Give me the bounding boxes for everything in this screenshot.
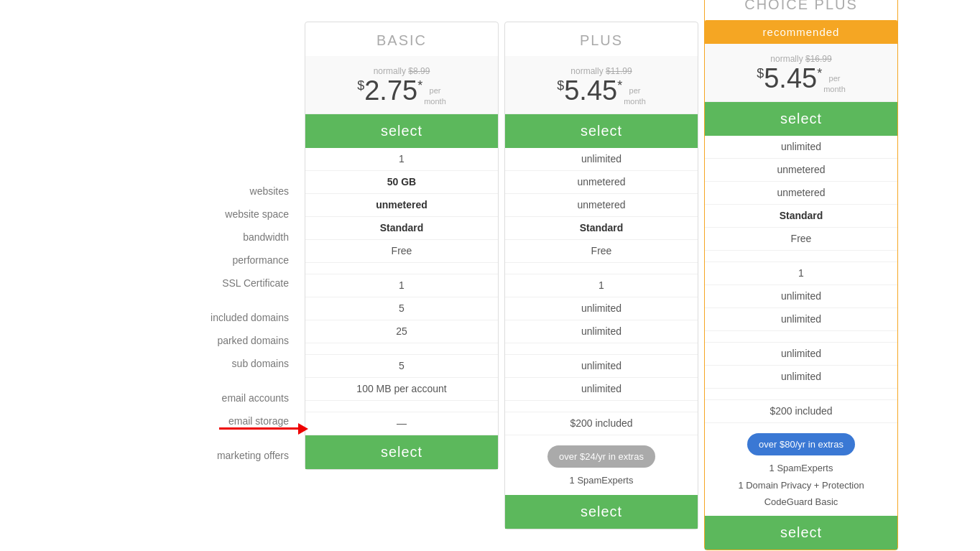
plan-choice-plus-normally: normally $16.99: [712, 54, 890, 64]
label-included-domains: included domains: [79, 306, 289, 329]
plan-plus-price-box: normally $11.99 $5.45*permonth: [505, 56, 698, 114]
cp-extras: over $80/yr in extras 1 SpamExperts 1 Do…: [705, 423, 897, 517]
pricing-wrapper: websites website space bandwidth perform…: [79, 14, 901, 550]
plus-spam-experts: 1 SpamExperts: [512, 472, 690, 489]
plus-websites: unlimited: [505, 148, 698, 171]
basic-email-accounts: 5: [305, 355, 498, 378]
basic-websites: 1: [305, 148, 498, 171]
cp-performance: Standard: [705, 205, 897, 228]
cp-email-accounts: unlimited: [705, 343, 897, 366]
cp-extras-badge: over $80/yr in extras: [747, 433, 855, 455]
plus-extras: over $24/yr in extras 1 SpamExperts: [505, 435, 698, 495]
label-bandwidth: bandwidth: [79, 226, 289, 249]
plan-choice-plus-original-price: $16.99: [805, 54, 832, 64]
label-ssl: SSL Certificate: [79, 272, 289, 295]
plan-choice-plus-price: $5.45*permonth: [712, 64, 890, 94]
plan-basic-price-box: normally $8.99 $2.75*permonth: [305, 56, 498, 114]
plan-plus-normally: normally $11.99: [512, 66, 690, 76]
label-websites: websites: [79, 180, 289, 203]
plan-plus-data: unlimited unmetered unmetered Standard F…: [505, 148, 698, 435]
cp-bandwidth: unmetered: [705, 182, 897, 205]
plan-plus: PLUS normally $11.99 $5.45*permonth sele…: [504, 22, 698, 529]
plus-marketing: $200 included: [505, 412, 698, 435]
plus-sub-domains: unlimited: [505, 320, 698, 343]
cp-parked-domains: unlimited: [705, 285, 897, 308]
plus-performance: Standard: [505, 217, 698, 240]
plan-basic-price: $2.75*permonth: [313, 76, 491, 106]
plan-plus-title: PLUS: [505, 22, 698, 56]
label-performance: performance: [79, 249, 289, 272]
labels-column: websites website space bandwidth perform…: [79, 22, 302, 467]
plan-basic-normally: normally $8.99: [313, 66, 491, 76]
plus-included-domains: 1: [505, 274, 698, 297]
basic-sub-domains: 25: [305, 320, 498, 343]
cp-website-space: unmetered: [705, 159, 897, 182]
plan-choice-plus: CHOICE PLUS recommended normally $16.99 …: [704, 0, 898, 550]
arrow-head: [298, 423, 308, 435]
cp-codeguard: CodeGuard Basic: [712, 494, 890, 510]
cp-email-storage: unlimited: [705, 366, 897, 389]
basic-marketing: —: [305, 412, 498, 435]
plus-ssl: Free: [505, 240, 698, 263]
basic-email-storage: 100 MB per account: [305, 378, 498, 401]
plan-plus-select-bottom[interactable]: select: [505, 495, 698, 529]
basic-parked-domains: 5: [305, 297, 498, 320]
label-website-space: website space: [79, 203, 289, 226]
label-parked-domains: parked domains: [79, 329, 289, 352]
label-marketing-offers: marketing offers: [79, 444, 289, 467]
recommended-badge: recommended: [705, 20, 897, 44]
cp-ssl: Free: [705, 228, 897, 251]
plus-website-space: unmetered: [505, 171, 698, 194]
plan-choice-plus-title: CHOICE PLUS: [705, 0, 897, 20]
plan-basic: BASIC normally $8.99 $2.75*permonth sele…: [305, 22, 499, 470]
plan-basic-data: 1 50 GB unmetered Standard Free 1 5 25 5…: [305, 148, 498, 435]
plus-email-accounts: unlimited: [505, 355, 698, 378]
plus-extras-badge: over $24/yr in extras: [547, 445, 655, 468]
label-sub-domains: sub domains: [79, 352, 289, 375]
arrow-line: [219, 427, 298, 430]
plan-basic-select-top[interactable]: select: [305, 114, 498, 148]
plan-plus-price: $5.45*permonth: [512, 76, 690, 106]
cp-marketing: $200 included: [705, 400, 897, 423]
cp-included-domains: 1: [705, 262, 897, 285]
plan-basic-select-bottom[interactable]: select: [305, 435, 498, 469]
basic-included-domains: 1: [305, 274, 498, 297]
cp-domain-privacy: 1 Domain Privacy + Protection: [712, 477, 890, 494]
basic-bandwidth: unmetered: [305, 194, 498, 217]
plan-plus-select-top[interactable]: select: [505, 114, 698, 148]
label-email-accounts: email accounts: [79, 386, 289, 409]
cp-websites: unlimited: [705, 136, 897, 159]
plan-choice-plus-price-box: normally $16.99 $5.45*permonth: [705, 44, 897, 102]
plan-basic-original-price: $8.99: [408, 66, 430, 76]
plus-parked-domains: unlimited: [505, 297, 698, 320]
plus-email-storage: unlimited: [505, 378, 698, 401]
arrow-indicator: [219, 423, 308, 435]
basic-performance: Standard: [305, 217, 498, 240]
cp-sub-domains: unlimited: [705, 308, 897, 331]
cp-spam-experts: 1 SpamExperts: [712, 460, 890, 476]
plan-plus-original-price: $11.99: [606, 66, 632, 76]
plus-bandwidth: unmetered: [505, 194, 698, 217]
basic-ssl: Free: [305, 240, 498, 263]
plan-choice-plus-select-top[interactable]: select: [705, 102, 897, 136]
plan-choice-plus-data: unlimited unmetered unmetered Standard F…: [705, 136, 897, 423]
basic-website-space: 50 GB: [305, 171, 498, 194]
plan-basic-title: BASIC: [305, 22, 498, 56]
plan-choice-plus-select-bottom[interactable]: select: [705, 516, 897, 550]
